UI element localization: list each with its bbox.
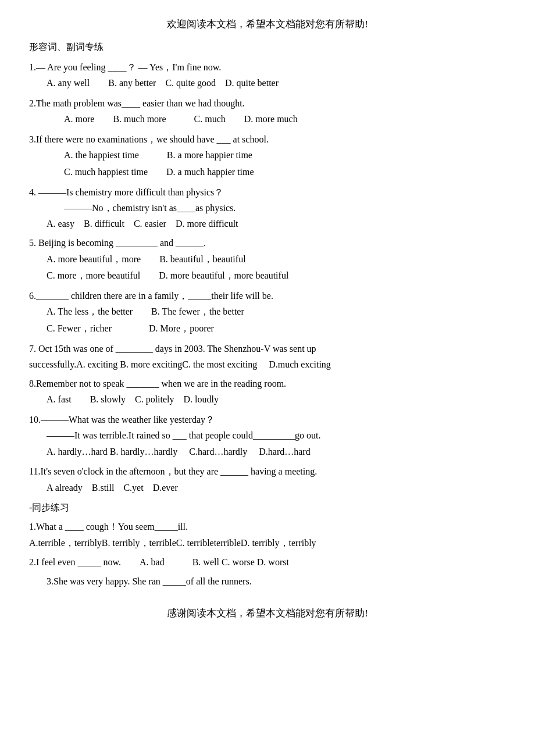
q11-text: 11.It's seven o'clock in the afternoon，b… xyxy=(29,463,506,479)
q4-line2: ———No，chemistry isn't as____as physics. xyxy=(29,200,506,216)
s1-options: A.terrible，terriblyB. terribly，terribleC… xyxy=(29,535,506,551)
q6-text: 6._______ children there are in a family… xyxy=(29,288,506,304)
question-2: 2.The math problem was____ easier than w… xyxy=(29,95,506,128)
question-8: 8.Remember not to speak _______ when we … xyxy=(29,376,506,408)
q4-options: A. easy B. difficult C. easier D. more d… xyxy=(29,216,506,231)
q7-line1: 7. Oct 15th was one of ________ days in … xyxy=(29,341,506,356)
question-3: 3.If there were no examinations，we shoul… xyxy=(29,131,506,181)
q1-text: 1.— Are you feeling ____？ — Yes，I'm fine… xyxy=(29,59,506,75)
section2-q1: 1.What a ____ cough！You seem_____ill. A.… xyxy=(29,519,506,550)
q11-options: A already B.still C.yet D.ever xyxy=(29,480,506,497)
q10-line2: ———It was terrible.It rained so ___ that… xyxy=(29,427,506,443)
q2-text: 2.The math problem was____ easier than w… xyxy=(29,95,506,111)
page-header: 欢迎阅读本文档，希望本文档能对您有所帮助! xyxy=(29,17,506,31)
q1-options: A. any well B. any better C. quite good … xyxy=(29,75,506,92)
q3-optA: A. the happiest time B. a more happier t… xyxy=(29,147,506,164)
s2-text: 2.I feel even _____ now. A. bad B. well … xyxy=(29,554,506,570)
question-5: 5. Beijing is becoming _________ and ___… xyxy=(29,235,506,284)
q3-optB: C. much happiest time D. a much happier … xyxy=(29,164,506,181)
question-1: 1.— Are you feeling ____？ — Yes，I'm fine… xyxy=(29,59,506,92)
section1-title: 形容词、副词专练 xyxy=(29,41,506,54)
s1-text: 1.What a ____ cough！You seem_____ill. xyxy=(29,519,506,534)
s3-text: 3.She was very happy. She ran _____of al… xyxy=(29,573,506,589)
q8-text: 8.Remember not to speak _______ when we … xyxy=(29,376,506,391)
q3-text: 3.If there were no examinations，we shoul… xyxy=(29,131,506,147)
q6-optB: C. Fewer，richer D. More，poorer xyxy=(29,320,506,337)
q4-line1: 4. ———Is chemistry more difficult than p… xyxy=(29,184,506,200)
question-6: 6._______ children there are in a family… xyxy=(29,288,506,337)
q2-options: A. more B. much more C. much D. more muc… xyxy=(29,111,506,128)
section2-title: -同步练习 xyxy=(29,502,506,514)
question-11: 11.It's seven o'clock in the afternoon，b… xyxy=(29,463,506,496)
q5-text: 5. Beijing is becoming _________ and ___… xyxy=(29,235,506,251)
section2-q3: 3.She was very happy. She ran _____of al… xyxy=(29,573,506,589)
q10-options: A. hardly…hard B. hardly…hardly C.hard…h… xyxy=(29,444,506,461)
q6-optA: A. The less，the better B. The fewer，the … xyxy=(29,304,506,320)
q7-line2: successfully.A. exciting B. more excitin… xyxy=(29,356,506,372)
q10-line1: 10.———What was the weather like yesterda… xyxy=(29,412,506,427)
q8-options: A. fast B. slowly C. politely D. loudly xyxy=(29,391,506,408)
question-4: 4. ———Is chemistry more difficult than p… xyxy=(29,184,506,232)
q5-optA: A. more beautiful，more B. beautiful，beau… xyxy=(29,251,506,268)
question-10: 10.———What was the weather like yesterda… xyxy=(29,412,506,460)
question-7: 7. Oct 15th was one of ________ days in … xyxy=(29,341,506,372)
page-footer: 感谢阅读本文档，希望本文档能对您有所帮助! xyxy=(29,607,506,620)
section2-q2: 2.I feel even _____ now. A. bad B. well … xyxy=(29,554,506,570)
q5-optB: C. more，more beautiful D. more beautiful… xyxy=(29,268,506,284)
